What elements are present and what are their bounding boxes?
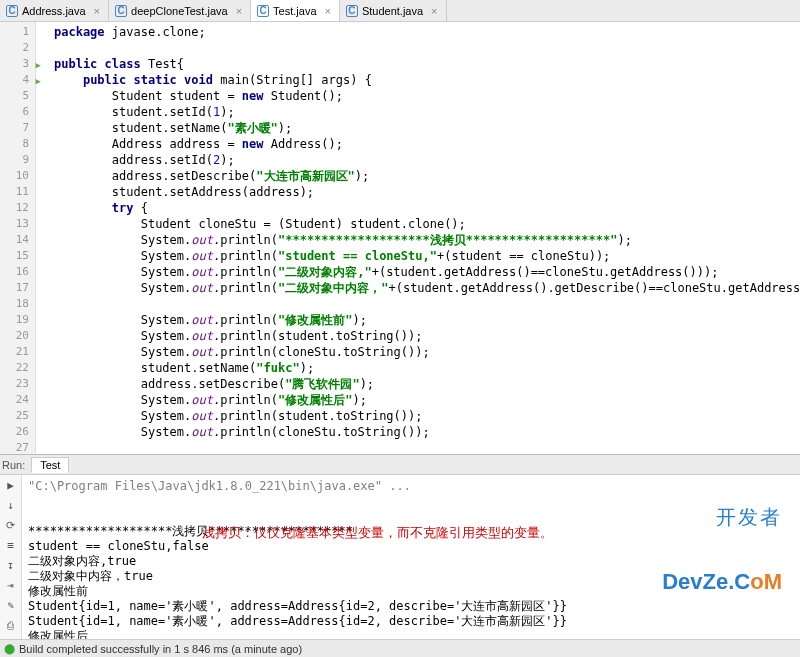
console-cmd: "C:\Program Files\Java\jdk1.8.0_221\bin\… [28, 479, 794, 494]
run-tool-icon-0[interactable]: ▶ [4, 479, 18, 493]
console-line: Student{id=1, name='素小暖', address=Addres… [28, 599, 794, 614]
console-line: Student{id=1, name='素小暖', address=Addres… [28, 614, 794, 629]
gutter-line: 8 [2, 136, 29, 152]
code-line[interactable]: address.setDescribe("腾飞软件园"); [54, 376, 796, 392]
code-line[interactable]: Student cloneStu = (Student) student.clo… [54, 216, 796, 232]
code-line[interactable]: student.setId(1); [54, 104, 796, 120]
code-line[interactable]: address.setDescribe("大连市高新园区"); [54, 168, 796, 184]
console-line: student == cloneStu,false [28, 539, 794, 554]
build-success-icon: ⬤ [4, 643, 15, 654]
tab-label: Student.java [362, 5, 423, 17]
gutter-line: 5 [2, 88, 29, 104]
code-line[interactable]: try { [54, 200, 796, 216]
gutter-line: 24 [2, 392, 29, 408]
code-line[interactable]: student.setName("fukc"); [54, 360, 796, 376]
tab-address-java[interactable]: CAddress.java× [0, 0, 109, 21]
status-bar: ⬤ Build completed successfully in 1 s 84… [0, 639, 800, 657]
gutter-line: 9 [2, 152, 29, 168]
run-tool-icon-2[interactable]: ⟳ [4, 519, 18, 533]
gutter-line: 20 [2, 328, 29, 344]
code-line[interactable]: student.setAddress(address); [54, 184, 796, 200]
gutter-line: 25 [2, 408, 29, 424]
code-line[interactable] [54, 40, 796, 56]
code-line[interactable]: address.setId(2); [54, 152, 796, 168]
gutter-line: 13 [2, 216, 29, 232]
code-line[interactable]: System.out.println(cloneStu.toString()); [54, 424, 796, 440]
gutter-line: 2 [2, 40, 29, 56]
code-line[interactable]: public static void main(String[] args) { [54, 72, 796, 88]
gutter-line: 22 [2, 360, 29, 376]
java-file-icon: C [115, 5, 127, 17]
gutter-line: 21 [2, 344, 29, 360]
run-tool-icon-1[interactable]: ↓ [4, 499, 18, 513]
close-icon[interactable]: × [90, 5, 100, 17]
run-panel: Run: Test ▶↓⟳≡↧⇥✎⎙🗑 "C:\Program Files\Ja… [0, 454, 800, 639]
gutter-line: 3▶ [2, 56, 29, 72]
gutter-line: 10 [2, 168, 29, 184]
code-line[interactable]: System.out.println("二级对象内容,"+(student.ge… [54, 264, 796, 280]
tab-deepclonetest-java[interactable]: CdeepCloneTest.java× [109, 0, 251, 21]
editor-tabs: CAddress.java×CdeepCloneTest.java×CTest.… [0, 0, 800, 22]
console-line: 二级对象内容,true [28, 554, 794, 569]
code-line[interactable]: System.out.println("student == cloneStu,… [54, 248, 796, 264]
gutter-line: 15 [2, 248, 29, 264]
gutter-line: 26 [2, 424, 29, 440]
code-line[interactable] [54, 296, 796, 312]
code-line[interactable]: System.out.println("修改属性后"); [54, 392, 796, 408]
run-tabs: Run: Test [0, 455, 800, 475]
tab-label: deepCloneTest.java [131, 5, 228, 17]
console-line: 修改属性前 [28, 584, 794, 599]
status-text: Build completed successfully in 1 s 846 … [19, 643, 302, 655]
java-file-icon: C [257, 5, 269, 17]
gutter-line: 17 [2, 280, 29, 296]
annotation-text: 浅拷贝：仅仅克隆基本类型变量，而不克隆引用类型的变量。 [202, 525, 553, 540]
editor: 123▶4▶5678910111213141516171819202122232… [0, 22, 800, 454]
run-gutter-icon[interactable]: ▶ [36, 57, 41, 73]
console-line: 修改属性后 [28, 629, 794, 639]
close-icon[interactable]: × [427, 5, 437, 17]
run-label: Run: [2, 459, 25, 471]
code-line[interactable] [54, 440, 796, 454]
gutter-line: 27 [2, 440, 29, 454]
gutter-line: 11 [2, 184, 29, 200]
tab-label: Test.java [273, 5, 316, 17]
close-icon[interactable]: × [232, 5, 242, 17]
gutter-line: 23 [2, 376, 29, 392]
code-line[interactable]: Student student = new Student(); [54, 88, 796, 104]
code-area[interactable]: package javase.clone;public class Test{ … [36, 22, 800, 454]
code-line[interactable]: student.setName("素小暖"); [54, 120, 796, 136]
run-tool-icon-4[interactable]: ↧ [4, 559, 18, 573]
gutter-line: 4▶ [2, 72, 29, 88]
code-line[interactable]: Address address = new Address(); [54, 136, 796, 152]
run-config-tab[interactable]: Test [31, 457, 69, 473]
code-line[interactable]: System.out.println("二级对象中内容，"+(student.g… [54, 280, 796, 296]
run-tool-icon-6[interactable]: ✎ [4, 599, 18, 613]
run-tool-icon-3[interactable]: ≡ [4, 539, 18, 553]
code-line[interactable]: System.out.println("********************… [54, 232, 796, 248]
java-file-icon: C [6, 5, 18, 17]
close-icon[interactable]: × [321, 5, 331, 17]
code-line[interactable]: System.out.println(cloneStu.toString()); [54, 344, 796, 360]
gutter-line: 7 [2, 120, 29, 136]
run-tool-icon-7[interactable]: ⎙ [4, 619, 18, 633]
code-line[interactable]: package javase.clone; [54, 24, 796, 40]
console-line: 二级对象中内容，true [28, 569, 794, 584]
console-output[interactable]: "C:\Program Files\Java\jdk1.8.0_221\bin\… [22, 475, 800, 639]
code-line[interactable]: System.out.println("修改属性前"); [54, 312, 796, 328]
code-line[interactable]: System.out.println(student.toString()); [54, 408, 796, 424]
gutter-line: 12 [2, 200, 29, 216]
gutter-line: 19 [2, 312, 29, 328]
run-gutter-icon[interactable]: ▶ [36, 73, 41, 89]
gutter-line: 6 [2, 104, 29, 120]
tab-label: Address.java [22, 5, 86, 17]
run-tool-icon-5[interactable]: ⇥ [4, 579, 18, 593]
java-file-icon: C [346, 5, 358, 17]
gutter-line: 16 [2, 264, 29, 280]
tab-test-java[interactable]: CTest.java× [251, 0, 340, 21]
tab-student-java[interactable]: CStudent.java× [340, 0, 447, 21]
code-line[interactable]: System.out.println(student.toString()); [54, 328, 796, 344]
gutter-line: 18 [2, 296, 29, 312]
run-toolbar: ▶↓⟳≡↧⇥✎⎙🗑 [0, 475, 22, 639]
gutter-line: 1 [2, 24, 29, 40]
code-line[interactable]: public class Test{ [54, 56, 796, 72]
